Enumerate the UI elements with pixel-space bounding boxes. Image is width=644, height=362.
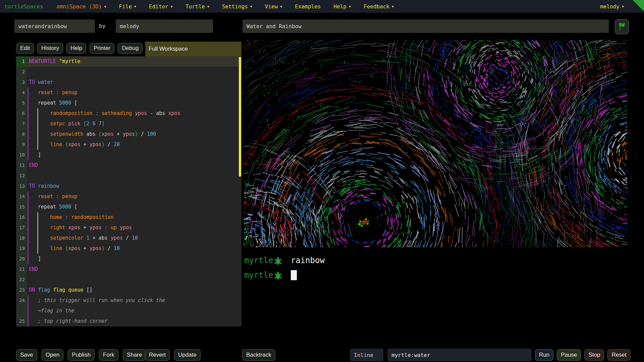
line-number: 20 xyxy=(16,254,27,264)
chevron-down-icon: ▼ xyxy=(134,5,136,8)
console-cursor xyxy=(291,270,297,280)
stop-button[interactable]: Stop xyxy=(584,349,604,361)
update-button[interactable]: Update xyxy=(174,349,201,361)
revert-button[interactable]: Revert xyxy=(145,349,170,361)
code-line-13: 13TO rainbow xyxy=(16,181,241,191)
menu-item-feedback[interactable]: Feedback▼ xyxy=(364,3,394,10)
line-number: 22 xyxy=(16,275,27,285)
line-number: 23 xyxy=(16,285,27,295)
code-line-2: 2 xyxy=(16,67,241,77)
code-line-6: 6 randomposition : setheading ypos - abs… xyxy=(16,108,241,119)
menu-item-view[interactable]: View▼ xyxy=(265,3,282,10)
console-input-line[interactable]: myrtle xyxy=(244,269,297,281)
project-name-input[interactable] xyxy=(14,19,95,33)
save-button[interactable]: Save xyxy=(16,349,37,361)
line-number xyxy=(16,306,27,316)
line-number: 9 xyxy=(16,139,27,150)
command-input[interactable] xyxy=(387,349,532,361)
code-text xyxy=(27,171,241,181)
code-line-5: 5 repeat 5000 [ xyxy=(16,98,241,108)
line-number: 4 xyxy=(16,87,27,98)
indent-guide xyxy=(37,223,38,233)
indent-guide xyxy=(28,87,29,98)
user-menu-label: melody xyxy=(600,3,620,10)
code-text: repeat 5000 [ xyxy=(27,98,241,108)
line-number: 25 xyxy=(16,316,27,326)
line-number: 7 xyxy=(16,119,27,129)
code-text: line (xpos + ypos) / 10 xyxy=(27,243,241,254)
line-number: 18 xyxy=(16,233,27,243)
tab-printer[interactable]: Printer xyxy=(90,43,114,54)
chevron-down-icon: ▼ xyxy=(349,5,351,8)
brand-logo: turtleSpaces xyxy=(4,3,43,10)
code-line-18: 18 setpencolor 1 + abs ypos / 10 xyxy=(16,233,241,243)
line-number: 3 xyxy=(16,77,27,87)
share-button[interactable]: Share xyxy=(123,349,146,361)
line-number: 17 xyxy=(16,223,27,233)
indent-guide xyxy=(28,191,29,202)
indent-guide xyxy=(28,119,29,129)
menu-item-settings[interactable]: Settings▼ xyxy=(222,3,252,10)
by-label: by xyxy=(99,19,105,33)
indent-guide xyxy=(28,150,29,160)
run-button[interactable]: Run xyxy=(535,349,553,361)
menu-item-label: File xyxy=(119,3,132,10)
chevron-down-icon: ▼ xyxy=(622,5,624,8)
menu-item-examples[interactable]: Examples xyxy=(295,3,321,10)
indent-guide xyxy=(28,295,29,306)
corner-flag-trigger[interactable] xyxy=(633,0,644,11)
chevron-down-icon: ▼ xyxy=(392,5,394,8)
tab-edit[interactable]: Edit xyxy=(16,43,34,54)
pause-button[interactable]: Pause xyxy=(557,349,581,361)
menu-item-label: Feedback xyxy=(364,3,389,10)
code-text xyxy=(27,275,241,285)
tab-help[interactable]: Help xyxy=(66,43,86,54)
menu-item-omnispace-3d-[interactable]: omniSpace (3D)▼ xyxy=(57,3,106,10)
mode-select[interactable]: Inline xyxy=(350,349,383,361)
chevron-down-icon: ▼ xyxy=(250,5,252,8)
menu-item-help[interactable]: Help▼ xyxy=(333,3,351,10)
backtrack-button[interactable]: Backtrack xyxy=(242,349,275,361)
code-line-wrap: ↪flag in the xyxy=(16,306,241,316)
code-line-12: 12 xyxy=(16,171,241,181)
workspace-select[interactable]: Full Workspace xyxy=(145,42,241,56)
console-command: rainbow xyxy=(291,256,325,265)
run-flag-button[interactable] xyxy=(615,19,629,34)
menu-item-editor[interactable]: Editor▼ xyxy=(149,3,173,10)
code-text: home : randomposition xyxy=(27,212,241,223)
indent-guide xyxy=(37,139,38,150)
turtle-canvas[interactable] xyxy=(244,40,627,247)
code-text: NEWTURTLE "myrtle xyxy=(27,56,241,67)
code-editor[interactable]: 1NEWTURTLE "myrtle23TO water4 reset : pe… xyxy=(16,56,241,326)
code-text: ON flag flag queue [] xyxy=(27,285,241,295)
code-line-15: 15 repeat 5000 [ xyxy=(16,202,241,212)
reset-button[interactable]: Reset xyxy=(607,349,630,361)
indent-guide xyxy=(28,139,29,150)
code-text: randomposition : setheading ypos - abs x… xyxy=(27,108,241,119)
code-line-24: 24 ; this trigger will run when you clic… xyxy=(16,295,241,306)
user-menu[interactable]: melody ▼ xyxy=(600,0,624,13)
tab-debug[interactable]: Debug xyxy=(118,43,143,54)
author-input[interactable] xyxy=(116,19,213,33)
tab-history[interactable]: History xyxy=(37,43,63,54)
open-button[interactable]: Open xyxy=(42,349,64,361)
menu-items: omniSpace (3D)▼File▼Editor▼Turtle▼Settin… xyxy=(57,3,394,10)
indent-guide xyxy=(37,108,38,119)
editor-scrollbar[interactable] xyxy=(239,57,241,177)
publish-button[interactable]: Publish xyxy=(68,349,95,361)
menu-item-file[interactable]: File▼ xyxy=(119,3,136,10)
code-line-25: 25 ; top right-hand corner xyxy=(16,316,241,326)
code-line-10: 10 ] xyxy=(16,150,241,160)
turtle-prompt-icon xyxy=(274,272,282,280)
indent-guide xyxy=(28,202,29,212)
code-text: END xyxy=(27,264,241,275)
indent-guide xyxy=(28,98,29,108)
code-text: END xyxy=(27,160,241,171)
fork-button[interactable]: Fork xyxy=(99,349,118,361)
code-text: ] xyxy=(27,150,241,160)
code-line-14: 14 reset : penup xyxy=(16,191,241,202)
chevron-down-icon: ▼ xyxy=(171,5,173,8)
menu-item-turtle[interactable]: Turtle▼ xyxy=(185,3,209,10)
project-title-input[interactable] xyxy=(243,19,609,33)
console-prompt: myrtle xyxy=(244,270,273,280)
